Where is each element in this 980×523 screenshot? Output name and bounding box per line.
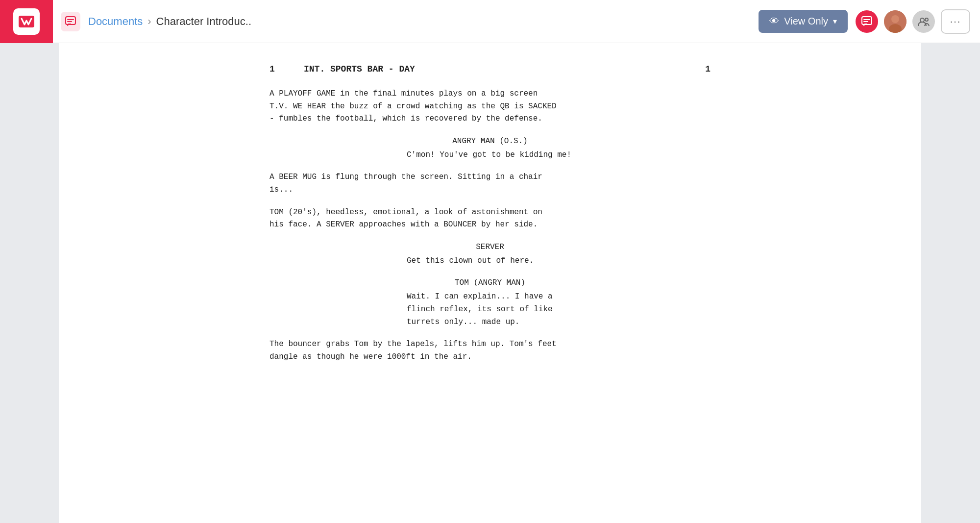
chevron-down-icon: ▾ (833, 17, 837, 26)
scene-heading: INT. SPORTS BAR - DAY (289, 63, 691, 76)
script-container: 1 INT. SPORTS BAR - DAY 1 A PLAYOFF GAME… (59, 43, 921, 523)
character-cue-3: TOM (ANGRY MAN) (270, 277, 710, 289)
scene-number-left: 1 (270, 63, 289, 76)
character-cue-2: SERVER (270, 241, 710, 253)
documents-link[interactable]: Documents (88, 15, 143, 28)
nav-comment-icon[interactable] (61, 12, 80, 31)
comment-avatar[interactable] (856, 10, 878, 33)
dialogue-3: Wait. I can explain... I have a flinch r… (387, 291, 593, 328)
scene-heading-row: 1 INT. SPORTS BAR - DAY 1 (270, 63, 710, 76)
content-area: 1 INT. SPORTS BAR - DAY 1 A PLAYOFF GAME… (0, 43, 980, 523)
svg-point-8 (891, 15, 899, 23)
breadcrumb: Documents › Character Introduc.. (88, 15, 751, 28)
breadcrumb-separator: › (147, 15, 151, 28)
view-only-button[interactable]: 👁 View Only ▾ (759, 10, 848, 33)
svg-point-11 (925, 18, 928, 21)
dialogue-1: C'mon! You've got to be kidding me! (387, 149, 593, 162)
left-sidebar (0, 43, 59, 523)
script-content: 1 INT. SPORTS BAR - DAY 1 A PLAYOFF GAME… (270, 63, 710, 363)
svg-rect-1 (66, 17, 75, 25)
action-block-2: A BEER MUG is flung through the screen. … (270, 171, 710, 196)
character-cue-1: ANGRY MAN (O.S.) (270, 135, 710, 147)
dialogue-2: Get this clown out of here. (387, 255, 593, 268)
more-options-button[interactable]: ··· (941, 9, 970, 34)
svg-rect-4 (862, 17, 872, 25)
action-block-3: TOM (20's), heedless, emotional, a look … (270, 206, 710, 231)
action-block-1: A PLAYOFF GAME in the final minutes play… (270, 88, 710, 125)
breadcrumb-current: Character Introduc.. (156, 15, 251, 28)
logo-icon (13, 8, 40, 35)
navbar: Documents › Character Introduc.. 👁 View … (0, 0, 980, 43)
nav-right: ··· (856, 9, 970, 34)
people-icon[interactable] (912, 10, 935, 33)
logo-box (0, 0, 53, 43)
view-only-label: View Only (784, 16, 828, 27)
right-sidebar (921, 43, 980, 523)
scene-number-right: 1 (691, 63, 710, 76)
eye-icon: 👁 (769, 16, 779, 27)
svg-point-10 (920, 18, 924, 22)
user-avatar[interactable] (884, 10, 906, 33)
action-block-4: The bouncer grabs Tom by the lapels, lif… (270, 338, 710, 363)
